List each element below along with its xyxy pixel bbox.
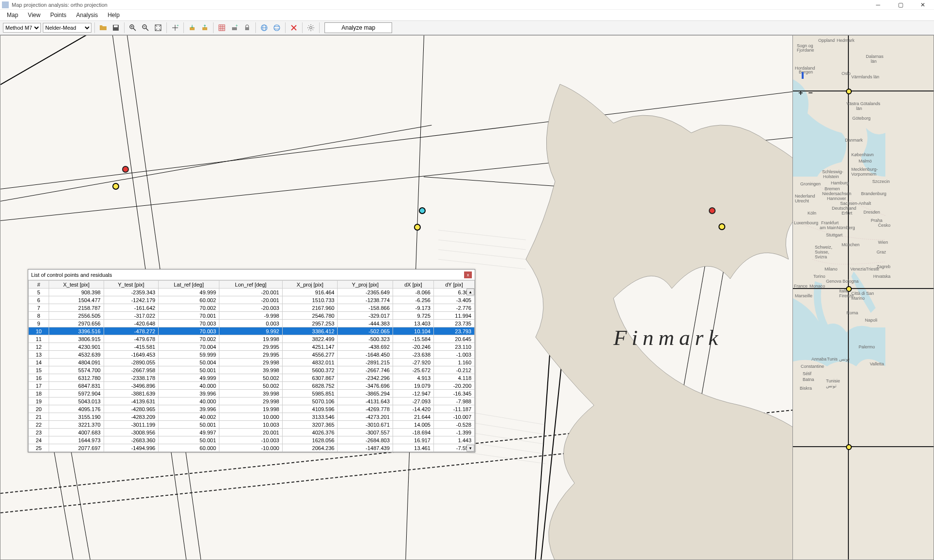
menu-view[interactable]: View — [23, 11, 45, 19]
ref-map-label: Niedersachsen — [822, 191, 851, 196]
ref-point-marker[interactable] — [846, 89, 852, 94]
table-row[interactable]: 234007.683-3008.95649.99720.0014026.376-… — [29, 429, 475, 436]
ref-map-label: Città di San — [851, 291, 874, 296]
ref-map-label: Hrvatska — [873, 274, 891, 279]
save-button[interactable] — [110, 22, 121, 33]
ref-map-label: Malmö — [859, 159, 872, 163]
control-point-marker[interactable] — [414, 224, 421, 231]
ref-map-label: Napoli — [865, 318, 878, 323]
ref-map-label: Venezia — [850, 267, 866, 271]
add-point-button[interactable]: + — [170, 22, 180, 33]
analyze-map-button[interactable]: Analyze map — [324, 22, 392, 33]
table-row[interactable]: 92970.656-420.64870.0030.0032957.253-444… — [29, 320, 475, 327]
table-row[interactable]: 82556.505-317.02270.001-9.9982546.780-32… — [29, 312, 475, 320]
control-point-marker[interactable] — [419, 207, 426, 214]
control-point-marker[interactable] — [709, 207, 716, 214]
close-residuals-button[interactable]: x — [464, 271, 472, 278]
minimize-button[interactable]: ─ — [867, 0, 889, 10]
table-row[interactable]: 155574.700-2667.95850.00139.9985600.372-… — [29, 366, 475, 374]
ref-zoom-out-button[interactable]: − — [807, 89, 814, 97]
zoom-out-button[interactable] — [140, 22, 151, 33]
toolbar: Method M7 Nelder-Mead + + Analyze map — [0, 20, 934, 35]
ref-map-label: Annaba — [811, 357, 826, 361]
zoom-extent-button[interactable] — [153, 22, 163, 33]
method-select[interactable]: Method M7 — [3, 23, 41, 33]
table-row[interactable]: 185972.904-3881.63939.99639.9985985.851-… — [29, 390, 475, 397]
ref-map-label: Nederland — [795, 194, 815, 199]
table-header[interactable]: Lat_ref [deg] — [159, 281, 219, 289]
ref-point-marker[interactable] — [846, 444, 852, 450]
ref-map-label: Wien — [878, 240, 888, 245]
ref-map-label: Genova — [826, 279, 842, 284]
table-row[interactable]: 204095.176-4280.96539.99619.9984109.596-… — [29, 405, 475, 413]
table-row[interactable]: 124230.901-415.58170.00429.9954251.147-4… — [29, 343, 475, 351]
table-row[interactable]: 103396.516-478.27270.0039.9923386.412-50… — [29, 327, 475, 335]
ref-map-label: Tunis — [827, 357, 838, 361]
menu-points[interactable]: Points — [45, 11, 71, 19]
control-point-marker[interactable] — [112, 183, 119, 190]
table-row[interactable]: 72158.787-161.64270.002-20.0032167.960-1… — [29, 304, 475, 312]
menu-map[interactable]: Map — [2, 11, 23, 19]
table-row[interactable]: 252077.697-1494.99660.000-10.0002064.236… — [29, 444, 475, 452]
ref-map-label: län — [856, 106, 862, 111]
table-row[interactable]: 166312.780-2338.17849.99950.0026307.867-… — [29, 374, 475, 382]
lock-points-button[interactable] — [242, 22, 252, 33]
table-row[interactable]: 195043.013-4139.63140.00029.9985070.106-… — [29, 397, 475, 405]
ref-map-label: Trieste — [866, 267, 879, 271]
ref-map-label: Hannover — [827, 196, 846, 201]
clear-button[interactable] — [288, 22, 299, 33]
settings-button[interactable] — [305, 22, 316, 33]
toggle-grid-button[interactable] — [216, 22, 227, 33]
maximize-button[interactable]: ▢ — [889, 0, 912, 10]
table-header[interactable]: dY [pix] — [434, 281, 475, 289]
ref-map-label: Palermo — [859, 344, 875, 349]
control-point-marker[interactable] — [122, 166, 129, 173]
title-bar: Map projection analysis: ortho projectio… — [0, 0, 934, 10]
svg-line-30 — [438, 230, 526, 240]
table-header[interactable]: Y_test [pix] — [104, 281, 159, 289]
control-point-marker[interactable] — [718, 223, 725, 230]
ref-map-label: Sachsen-Anhalt — [840, 201, 871, 206]
ref-map-label: Utrecht — [795, 199, 809, 203]
table-row[interactable]: 134532.639-1649.45359.99929.9954556.277-… — [29, 351, 475, 359]
open-file-button[interactable] — [98, 22, 108, 33]
export-points-button[interactable] — [199, 22, 210, 33]
import-points-button[interactable] — [187, 22, 198, 33]
table-row[interactable]: 176847.831-3496.89640.00050.0026828.752-… — [29, 382, 475, 390]
menu-analysis[interactable]: Analysis — [72, 11, 103, 19]
map-region-label: Finmark — [613, 325, 723, 350]
menu-help[interactable]: Help — [103, 11, 125, 19]
opacity-slider[interactable] — [802, 72, 804, 79]
table-row[interactable]: 113806.915-479.67870.00219.9983822.499-5… — [29, 335, 475, 343]
table-header[interactable]: Lon_ref [deg] — [219, 281, 283, 289]
globe-outline-button[interactable] — [271, 22, 282, 33]
table-header[interactable]: X_test [pix] — [49, 281, 104, 289]
solver-select[interactable]: Nelder-Mead — [43, 23, 91, 33]
table-row[interactable]: 213155.190-4283.20940.00210.0003133.546-… — [29, 413, 475, 421]
scroll-up-button[interactable]: ▲ — [467, 289, 474, 295]
table-header[interactable]: # — [29, 281, 49, 289]
table-row[interactable]: 5908.398-2359.34349.999-20.001916.464-23… — [29, 289, 475, 296]
ref-map-label: Milano — [825, 267, 838, 271]
table-header[interactable]: Y_proj [pix] — [338, 281, 393, 289]
ref-zoom-in-button[interactable]: + — [797, 89, 805, 97]
close-button[interactable]: ✕ — [912, 0, 934, 10]
globe-graticule-button[interactable] — [259, 22, 269, 33]
svg-point-26 — [274, 25, 280, 31]
ref-map-label: Graz — [877, 250, 886, 254]
reference-map-canvas[interactable]: OsloOpplandHedmarkSogn ogFjordaneHordala… — [793, 35, 934, 560]
table-row[interactable]: 144804.091-2890.05550.00429.9984832.011-… — [29, 359, 475, 366]
scroll-down-button[interactable]: ▼ — [467, 445, 474, 452]
ref-map-label: Italia — [839, 289, 848, 293]
table-header[interactable]: dX [pix] — [393, 281, 434, 289]
table-row[interactable]: 241644.973-2683.36050.001-10.0031628.056… — [29, 436, 475, 444]
table-header[interactable]: X_proj [pix] — [282, 281, 338, 289]
add-ref-point-button[interactable]: + — [229, 22, 240, 33]
ref-map-label: Köln — [808, 211, 816, 216]
table-row[interactable]: 61504.477-1242.17960.002-20.0011510.733-… — [29, 296, 475, 304]
zoom-in-button[interactable] — [127, 22, 138, 33]
svg-rect-15 — [219, 25, 225, 31]
ref-map-label: Groningen — [800, 181, 821, 186]
main-map-canvas[interactable]: Finmark List of control points and resid… — [0, 35, 793, 560]
table-row[interactable]: 223221.370-3011.19950.00110.0033207.365-… — [29, 421, 475, 429]
